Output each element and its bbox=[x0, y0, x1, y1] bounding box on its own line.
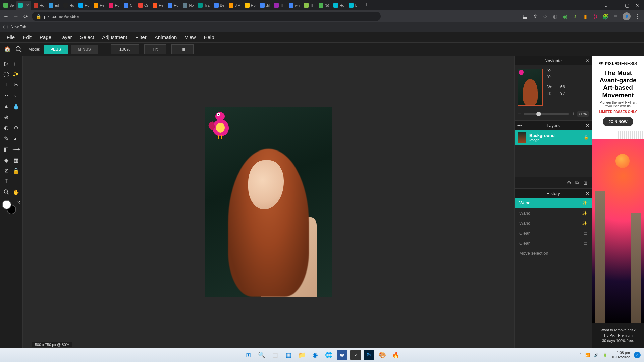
nav-reload-icon[interactable]: ⟳ bbox=[23, 13, 28, 20]
explorer-icon[interactable]: 📁 bbox=[297, 350, 307, 360]
browser-tab[interactable]: Ho bbox=[243, 1, 258, 10]
start-button[interactable]: ⊞ bbox=[243, 350, 254, 360]
search-icon[interactable]: 🔍 bbox=[256, 350, 267, 360]
browser-tab[interactable]: Un bbox=[347, 1, 362, 10]
mode-plus-button[interactable]: PLUS bbox=[44, 45, 68, 54]
task-view-icon[interactable]: ◫ bbox=[270, 350, 280, 360]
browser-tab[interactable]: He bbox=[92, 1, 106, 10]
menu-animation[interactable]: Animation bbox=[155, 34, 177, 40]
history-item[interactable]: Wand✨ bbox=[515, 198, 592, 208]
browser-tab[interactable]: Be bbox=[212, 1, 226, 10]
battery-icon[interactable]: 🔋 bbox=[603, 353, 607, 357]
browser-tab[interactable]: Ho bbox=[32, 1, 46, 10]
picker-tool-icon[interactable]: ⟋ bbox=[12, 177, 20, 186]
panel-close-icon[interactable]: ✕ bbox=[586, 191, 589, 196]
panel-minimize-icon[interactable]: — bbox=[579, 123, 583, 128]
new-tab-button[interactable]: + bbox=[365, 2, 368, 9]
dodge-tool-icon[interactable]: ◐ bbox=[2, 123, 11, 132]
lasso-tool-icon[interactable]: ◯ bbox=[2, 70, 11, 78]
profile-avatar[interactable]: 👤 bbox=[623, 12, 631, 20]
ext-icon-1[interactable]: ◐ bbox=[552, 13, 558, 19]
app-icon-2[interactable]: 🔥 bbox=[390, 350, 401, 360]
eraser-tool-icon[interactable]: ◧ bbox=[2, 145, 11, 154]
volume-icon[interactable]: 🔊 bbox=[594, 353, 599, 357]
share-icon[interactable]: ⇪ bbox=[532, 13, 538, 19]
window-minimize-icon[interactable]: — bbox=[614, 3, 619, 8]
browser-tab[interactable]: Ho bbox=[331, 1, 346, 10]
zoom-nav-tool-icon[interactable] bbox=[2, 188, 11, 196]
history-item[interactable]: Wand✨ bbox=[515, 218, 592, 228]
zoom-value[interactable]: 80% bbox=[577, 111, 589, 117]
zoom-slider[interactable] bbox=[524, 113, 569, 115]
zoom-in-button[interactable]: + bbox=[572, 111, 575, 117]
tab-close-icon[interactable]: × bbox=[26, 3, 29, 8]
add-layer-icon[interactable]: ⊕ bbox=[567, 180, 571, 186]
browser-tab[interactable]: Or bbox=[136, 1, 150, 10]
window-close-icon[interactable]: ✕ bbox=[635, 3, 639, 8]
browser-tab[interactable]: He bbox=[151, 1, 165, 10]
chrome-icon[interactable]: 🌐 bbox=[323, 350, 334, 360]
system-clock[interactable]: 1:08 pm 10/02/2022 bbox=[611, 351, 630, 359]
replace-color-icon[interactable]: ⟿ bbox=[12, 145, 20, 154]
browser-tab[interactable]: Ho bbox=[76, 1, 91, 10]
tray-chevron-icon[interactable]: ˄ bbox=[579, 353, 581, 357]
paint-icon[interactable]: 🎨 bbox=[377, 350, 388, 360]
disperse-tool-icon[interactable]: ⊕ bbox=[2, 113, 11, 121]
ext-icon-3[interactable]: ♪ bbox=[572, 13, 578, 19]
extensions-icon[interactable]: 🧩 bbox=[602, 13, 608, 19]
delete-layer-icon[interactable]: 🗑 bbox=[583, 180, 588, 186]
browser-tab[interactable]: Ed bbox=[47, 1, 61, 10]
zoom-100-button[interactable]: 100% bbox=[111, 44, 139, 54]
liquify-tool-icon[interactable]: 〰 bbox=[2, 91, 11, 100]
home-icon[interactable]: 🏠 bbox=[3, 45, 11, 53]
cutout-tool-icon[interactable]: ✂ bbox=[12, 80, 20, 89]
toning-tool-icon[interactable]: ⚙ bbox=[12, 123, 20, 132]
menu-file[interactable]: File bbox=[7, 34, 15, 40]
browser-tab[interactable]: 8 V bbox=[227, 1, 243, 10]
chrome-menu-icon[interactable]: ⋮ bbox=[635, 13, 641, 19]
menu-select[interactable]: Select bbox=[80, 34, 94, 40]
shape-tool-icon[interactable]: ⧖ bbox=[2, 166, 11, 175]
menu-help[interactable]: Help bbox=[204, 34, 214, 40]
history-item[interactable]: Clear▤ bbox=[515, 238, 592, 248]
arrange-tool-icon[interactable]: ▷ bbox=[2, 59, 11, 68]
canvas[interactable] bbox=[205, 107, 332, 297]
navigate-thumbnail[interactable] bbox=[518, 69, 543, 106]
panel-close-icon[interactable]: ✕ bbox=[586, 58, 589, 63]
word-icon[interactable]: W bbox=[337, 350, 347, 360]
browser-tab[interactable]: (5) bbox=[317, 1, 331, 10]
app-icon-1[interactable]: ⫽ bbox=[350, 350, 361, 360]
notification-badge[interactable]: 25 bbox=[634, 352, 641, 358]
panel-close-icon[interactable]: ✕ bbox=[586, 123, 589, 128]
zoom-fill-button[interactable]: Fill bbox=[171, 44, 194, 54]
history-item[interactable]: Wand✨ bbox=[515, 208, 592, 218]
nav-back-icon[interactable]: ← bbox=[3, 13, 9, 19]
zoom-out-button[interactable]: − bbox=[518, 111, 521, 117]
menu-edit[interactable]: Edit bbox=[23, 34, 32, 40]
fill-tool-icon[interactable]: ◆ bbox=[2, 156, 11, 164]
text-tool-icon[interactable]: T bbox=[2, 177, 11, 186]
widgets-icon[interactable]: ▦ bbox=[283, 350, 294, 360]
marquee-tool-icon[interactable]: ⬚ bbox=[12, 59, 20, 68]
browser-tab[interactable]: Th bbox=[302, 1, 316, 10]
swap-colors-icon[interactable]: ⤭ bbox=[17, 200, 20, 205]
window-maximize-icon[interactable]: ▢ bbox=[625, 3, 629, 8]
mode-minus-button[interactable]: MINUS bbox=[71, 45, 98, 54]
install-icon[interactable]: ⬓ bbox=[522, 13, 528, 19]
crop-tool-icon[interactable]: ⟂ bbox=[2, 80, 11, 89]
frame-tool-icon[interactable]: 🔒 bbox=[12, 166, 20, 175]
bookmark-newtab[interactable]: New Tab bbox=[11, 25, 26, 29]
menu-page[interactable]: Page bbox=[40, 34, 51, 40]
reading-list-icon[interactable]: ≡ bbox=[612, 13, 619, 19]
nav-forward-icon[interactable]: → bbox=[13, 13, 19, 19]
sponge-tool-icon[interactable]: ⁘ bbox=[12, 113, 20, 121]
menu-view[interactable]: View bbox=[185, 34, 196, 40]
brush-tool-icon[interactable]: 🖌 bbox=[12, 134, 20, 143]
browser-tab[interactable]: Ho bbox=[61, 1, 76, 10]
layer-item-background[interactable]: Background Image 🔒 bbox=[515, 130, 592, 145]
duplicate-layer-icon[interactable]: ⧉ bbox=[575, 180, 579, 186]
ext-icon-4[interactable]: ▮ bbox=[582, 13, 588, 19]
layer-lock-icon[interactable]: 🔒 bbox=[584, 135, 589, 140]
wifi-icon[interactable]: 📶 bbox=[585, 353, 590, 357]
bookmark-star-icon[interactable]: ☆ bbox=[542, 13, 548, 19]
